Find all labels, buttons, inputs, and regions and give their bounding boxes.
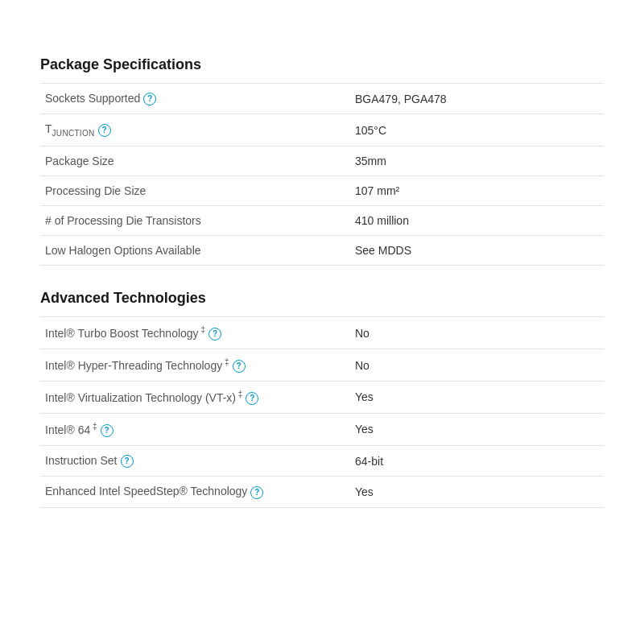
spec-value: Yes bbox=[350, 413, 604, 445]
spec-label: TJUNCTION? bbox=[40, 114, 350, 147]
spec-value: BGA479, PGA478 bbox=[350, 84, 604, 114]
spec-value: See MDDS bbox=[350, 236, 604, 266]
spec-label: Package Size bbox=[40, 147, 350, 176]
table-row: # of Processing Die Transistors410 milli… bbox=[40, 206, 604, 236]
advanced-technologies-section: Advanced Technologies Intel® Turbo Boost… bbox=[40, 290, 604, 507]
spec-value: 35mm bbox=[350, 147, 604, 176]
advanced-spec-table: Intel® Turbo Boost Technology ‡?NoIntel®… bbox=[40, 316, 604, 507]
spec-label: Intel® Virtualization Technology (VT-x) … bbox=[40, 382, 350, 414]
spec-label: Low Halogen Options Available bbox=[40, 236, 350, 266]
table-row: Enhanced Intel SpeedStep® Technology?Yes bbox=[40, 477, 604, 507]
help-icon[interactable]: ? bbox=[101, 424, 114, 437]
spec-value: 105°C bbox=[350, 114, 604, 147]
help-icon[interactable]: ? bbox=[208, 328, 221, 341]
table-row: Sockets Supported?BGA479, PGA478 bbox=[40, 84, 604, 114]
dagger-symbol: ‡ bbox=[236, 390, 242, 398]
spec-label: Intel® Turbo Boost Technology ‡? bbox=[40, 317, 350, 349]
dagger-symbol: ‡ bbox=[90, 422, 97, 431]
table-row: Intel® Hyper-Threading Technology ‡?No bbox=[40, 349, 604, 382]
spec-label: Intel® 64 ‡? bbox=[40, 413, 350, 445]
table-row: Package Size35mm bbox=[40, 147, 604, 176]
spec-value: No bbox=[350, 349, 604, 382]
help-icon[interactable]: ? bbox=[246, 392, 258, 405]
spec-value: 107 mm² bbox=[350, 176, 604, 206]
dagger-symbol: ‡ bbox=[222, 357, 229, 366]
help-icon[interactable]: ? bbox=[233, 360, 246, 373]
table-row: Intel® Virtualization Technology (VT-x) … bbox=[40, 382, 604, 414]
table-row: Instruction Set?64-bit bbox=[40, 445, 604, 476]
spec-label: Enhanced Intel SpeedStep® Technology? bbox=[40, 477, 350, 507]
table-row: Intel® 64 ‡?Yes bbox=[40, 413, 604, 445]
help-icon[interactable]: ? bbox=[250, 486, 263, 499]
table-row: Processing Die Size107 mm² bbox=[40, 176, 604, 206]
spec-label: Intel® Hyper-Threading Technology ‡? bbox=[40, 349, 350, 382]
spec-label: Processing Die Size bbox=[40, 176, 350, 206]
help-icon[interactable]: ? bbox=[98, 124, 111, 137]
spec-value: Yes bbox=[350, 382, 604, 414]
package-spec-table: Sockets Supported?BGA479, PGA478TJUNCTIO… bbox=[40, 83, 604, 266]
advanced-technologies-title: Advanced Technologies bbox=[40, 290, 604, 307]
package-specifications-title: Package Specifications bbox=[40, 56, 604, 73]
help-icon[interactable]: ? bbox=[121, 455, 134, 468]
package-specifications-section: Package Specifications Sockets Supported… bbox=[40, 56, 604, 266]
spec-value: Yes bbox=[350, 477, 604, 507]
table-row: Intel® Turbo Boost Technology ‡?No bbox=[40, 317, 604, 349]
spec-value: 410 million bbox=[350, 206, 604, 236]
spec-value: No bbox=[350, 317, 604, 349]
dagger-symbol: ‡ bbox=[199, 325, 205, 334]
table-row: TJUNCTION?105°C bbox=[40, 114, 604, 147]
spec-value: 64-bit bbox=[350, 445, 604, 476]
table-row: Low Halogen Options AvailableSee MDDS bbox=[40, 236, 604, 266]
spec-label: Sockets Supported? bbox=[40, 84, 350, 114]
help-icon[interactable]: ? bbox=[143, 93, 156, 105]
spec-label: Instruction Set? bbox=[40, 445, 350, 476]
spec-label: # of Processing Die Transistors bbox=[40, 206, 350, 236]
